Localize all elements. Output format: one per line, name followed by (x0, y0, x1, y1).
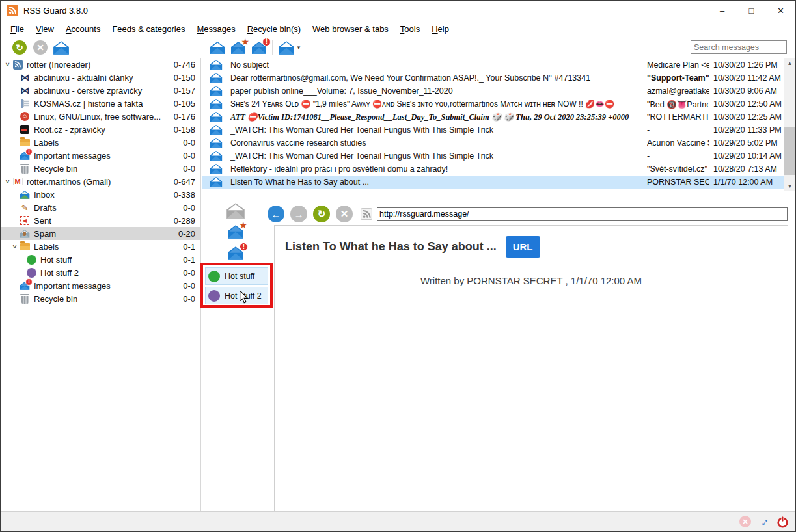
feed-row[interactable]: ∨Mrotter.martinos (Gmail)0-647 (1, 175, 200, 188)
message-subject: Coronavirus vaccine research studies (230, 139, 647, 148)
menu-view[interactable]: View (30, 22, 60, 36)
message-author: Medicare Plan <e... (647, 60, 709, 70)
stop-refresh-button[interactable]: ✕ (30, 38, 51, 57)
tree-collapse-icon[interactable]: ∨ (2, 178, 13, 185)
feed-row[interactable]: Recycle bin0-0 (1, 292, 200, 305)
feed-row[interactable]: Hot stuff0-1 (1, 253, 200, 266)
message-row[interactable]: paper publish online___Volume: 7, Issue_… (202, 85, 784, 98)
mark-important-button[interactable]: ! (227, 243, 244, 264)
feed-icon (19, 99, 31, 108)
mark-starred-toolbar-button[interactable]: ★ (228, 38, 249, 57)
menu-web-browser-tabs[interactable]: Web browser & tabs (307, 22, 394, 36)
message-row[interactable]: Sʜᴇ's 24 Yᴇᴀʀs Oʟᴅ ⛔ "1,9 miles" Aᴡᴀʏ ⛔ᴀ… (202, 98, 784, 111)
search-input[interactable] (691, 40, 787, 54)
feed-row[interactable]: ✎Drafts0-0 (1, 201, 200, 214)
feed-row[interactable]: ∨Labels0-1 (1, 240, 200, 253)
message-row[interactable]: Coronavirus vaccine research studiesAcur… (202, 137, 784, 150)
message-row[interactable]: _WATCH: This Woman Cured Her Toenail Fun… (202, 150, 784, 163)
message-author: - (647, 126, 709, 135)
envelope-star-icon: ★ (230, 42, 246, 54)
feed-row[interactable]: Labels0-0 (1, 136, 200, 149)
message-date: 10/30/20 12:50 AM (709, 100, 784, 109)
url-address-input[interactable] (377, 207, 788, 221)
forward-button[interactable]: → (290, 206, 307, 222)
feed-row[interactable]: Inbox0-338 (1, 188, 200, 201)
feed-row[interactable]: !Important messages0-0 (1, 149, 200, 162)
feed-label: Hot stuff 2 (40, 268, 183, 278)
main-toolbar: ↻ ✕ ★ ! ▼ (1, 37, 795, 58)
feed-icon: ◀ (19, 216, 31, 225)
quit-power-icon[interactable] (776, 516, 789, 528)
message-row[interactable]: No subjectMedicare Plan <e...10/30/20 1:… (202, 59, 784, 72)
label-chip-text: Hot stuff (225, 272, 254, 281)
mark-starred-button[interactable]: ★ (227, 221, 244, 243)
feed-count: 0-0 (183, 268, 200, 278)
reload-button[interactable]: ↻ (313, 206, 330, 222)
message-envelope-icon (202, 73, 230, 83)
url-button[interactable]: URL (506, 236, 540, 258)
feed-count: 0-157 (174, 86, 200, 96)
menu-help[interactable]: Help (426, 22, 455, 36)
feed-count: 0-20 (178, 229, 200, 239)
feed-label: Root.cz - zprávičky (34, 125, 174, 135)
message-envelope-icon (202, 60, 230, 70)
back-button[interactable]: ← (268, 206, 284, 222)
feed-count: 0-158 (174, 125, 200, 135)
scroll-down-icon[interactable]: ▼ (784, 181, 795, 191)
fullscreen-toggle-icon[interactable]: ↔ (755, 513, 772, 530)
label-chip-hot-stuff[interactable]: Hot stuff (205, 267, 268, 285)
feed-icon: ⋈ (19, 73, 31, 82)
tree-collapse-icon[interactable]: ∨ (2, 61, 13, 68)
mark-read-toolbar-button[interactable] (207, 38, 228, 57)
feed-row[interactable]: Hot stuff 20-0 (1, 266, 200, 279)
feed-row[interactable]: Spam0-20 (1, 227, 200, 240)
feed-label: Hot stuff (40, 255, 183, 265)
message-envelope-icon (202, 112, 230, 122)
feed-row[interactable]: ◀Sent0-289 (1, 214, 200, 227)
message-menu-dropdown-button[interactable]: ▼ (275, 38, 304, 57)
message-row[interactable]: Reflektory - ideální pro práci i pro osv… (202, 163, 784, 176)
menu-tools[interactable]: Tools (394, 22, 426, 36)
feed-label: Recycle bin (34, 294, 183, 304)
message-envelope-icon (202, 99, 230, 109)
feed-row[interactable]: Recycle bin0-0 (1, 162, 200, 175)
scrollbar-thumb[interactable] (784, 127, 795, 175)
feed-label: Important messages (34, 281, 183, 291)
feed-row[interactable]: ⋈abclinuxu - aktuální články0-150 (1, 71, 200, 84)
message-row[interactable]: ATT ⛔Victim ID:1741081__Please_Respond__… (202, 111, 784, 124)
message-row[interactable]: _WATCH: This Woman Cured Her Toenail Fun… (202, 124, 784, 137)
menu-file[interactable]: File (5, 22, 30, 36)
label-chip-hot-stuff-2[interactable]: Hot stuff 2 (205, 287, 268, 304)
mark-important-toolbar-button[interactable]: ! (249, 38, 269, 57)
mark-read-button[interactable] (226, 200, 245, 221)
minimize-button[interactable]: – (707, 1, 737, 20)
message-row[interactable]: Dear rottermartinos@gmail.com, We Need Y… (202, 72, 784, 85)
feed-icon: ✎ (19, 204, 31, 212)
feed-row[interactable]: Root.cz - zprávičky0-158 (1, 123, 200, 136)
feed-icon (19, 125, 31, 134)
maximize-button[interactable]: □ (737, 1, 766, 20)
feed-row[interactable]: ☺Linux, GNU/Linux, free software...0-176 (1, 110, 200, 123)
feed-row[interactable]: ∨rotter (Inoreader)0-746 (1, 58, 200, 71)
message-list-scrollbar[interactable]: ▲ ▼ (784, 58, 795, 191)
stop-button[interactable]: ✕ (336, 206, 353, 222)
menu-accounts[interactable]: Accounts (60, 22, 106, 36)
message-row[interactable]: Listen To What he Has to Say about ...PO… (202, 176, 784, 189)
feed-row[interactable]: KOSMAS.cz | historie a fakta0-105 (1, 97, 200, 110)
envelope-icon (210, 42, 225, 54)
scroll-up-icon[interactable]: ▲ (784, 58, 795, 68)
feed-row[interactable]: ⋈abclinuxu - čerstvé zprávičky0-157 (1, 84, 200, 97)
menu-recycle-bin-s-[interactable]: Recycle bin(s) (241, 22, 307, 36)
feed-list-pane: ∨rotter (Inoreader)0-746⋈abclinuxu - akt… (1, 58, 201, 511)
tree-collapse-icon[interactable]: ∨ (9, 243, 20, 250)
menu-messages[interactable]: Messages (191, 22, 241, 36)
mail-button[interactable] (51, 38, 72, 57)
rss-guard-app-icon (7, 5, 18, 16)
menu-feeds-categories[interactable]: Feeds & categories (106, 22, 191, 36)
feed-label: Drafts (34, 203, 183, 213)
message-date: 10/30/20 1:26 PM (709, 60, 784, 70)
feed-row[interactable]: !Important messages0-0 (1, 279, 200, 292)
close-button[interactable]: ✕ (766, 1, 795, 20)
refresh-feeds-button[interactable]: ↻ (9, 38, 30, 57)
feed-count: 0-0 (183, 138, 200, 148)
